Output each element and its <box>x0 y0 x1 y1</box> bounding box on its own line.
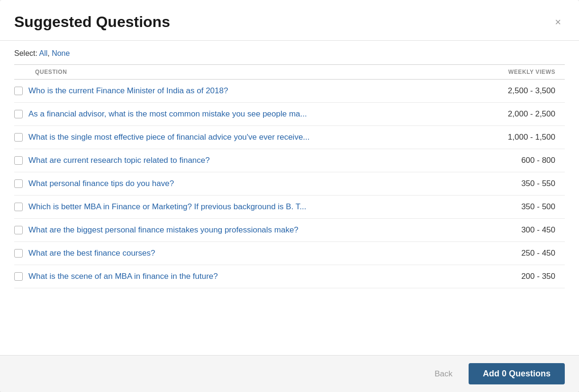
modal-footer: Back Add 0 Questions <box>0 355 579 392</box>
question-text-6[interactable]: What are the biggest personal finance mi… <box>28 225 299 235</box>
question-views-2: 1,000 - 1,500 <box>484 133 555 142</box>
select-none-link[interactable]: None <box>52 49 70 57</box>
question-views-8: 200 - 350 <box>484 272 555 281</box>
question-checkbox-8[interactable] <box>14 272 23 281</box>
question-row: What are current research topic related … <box>14 149 565 172</box>
question-row: What is the single most effective piece … <box>14 126 565 149</box>
questions-list: Who is the current Finance Minister of I… <box>14 80 565 355</box>
question-views-7: 250 - 450 <box>484 249 555 258</box>
modal-header: Suggested Questions × <box>0 0 579 41</box>
question-views-3: 600 - 800 <box>484 156 555 165</box>
question-row: Who is the current Finance Minister of I… <box>14 80 565 103</box>
question-checkbox-5[interactable] <box>14 203 23 211</box>
question-text-2[interactable]: What is the single most effective piece … <box>28 133 310 142</box>
question-left: Which is better MBA in Finance or Market… <box>14 202 484 212</box>
question-checkbox-3[interactable] <box>14 156 23 165</box>
question-row: What are the biggest personal finance mi… <box>14 219 565 242</box>
question-left: What are the biggest personal finance mi… <box>14 225 484 235</box>
question-left: What are current research topic related … <box>14 156 484 165</box>
table-header: QUESTION WEEKLY VIEWS <box>14 64 565 80</box>
question-views-5: 350 - 500 <box>484 202 555 212</box>
question-checkbox-7[interactable] <box>14 249 23 258</box>
question-text-7[interactable]: What are the best finance courses? <box>28 249 155 258</box>
question-text-3[interactable]: What are current research topic related … <box>28 156 210 165</box>
modal-title: Suggested Questions <box>14 13 170 31</box>
question-row: As a financial advisor, what is the most… <box>14 103 565 126</box>
add-questions-button[interactable]: Add 0 Questions <box>469 363 565 384</box>
select-label: Select: <box>14 49 37 57</box>
question-checkbox-4[interactable] <box>14 179 23 188</box>
question-views-4: 350 - 550 <box>484 179 555 188</box>
question-views-1: 2,000 - 2,500 <box>484 109 555 119</box>
question-text-5[interactable]: Which is better MBA in Finance or Market… <box>28 202 306 212</box>
question-left: What personal finance tips do you have? <box>14 179 484 188</box>
modal-body: Select: All, None QUESTION WEEKLY VIEWS … <box>0 41 579 355</box>
question-left: What is the scene of an MBA in finance i… <box>14 272 484 281</box>
question-checkbox-0[interactable] <box>14 87 23 95</box>
question-text-8[interactable]: What is the scene of an MBA in finance i… <box>28 272 218 281</box>
question-text-0[interactable]: Who is the current Finance Minister of I… <box>28 86 228 96</box>
question-row: What is the scene of an MBA in finance i… <box>14 265 565 288</box>
select-separator: , <box>47 49 52 57</box>
question-left: Who is the current Finance Minister of I… <box>14 86 484 96</box>
question-text-4[interactable]: What personal finance tips do you have? <box>28 179 174 188</box>
column-question-header: QUESTION <box>35 69 67 75</box>
question-row: Which is better MBA in Finance or Market… <box>14 196 565 219</box>
question-text-1[interactable]: As a financial advisor, what is the most… <box>28 109 307 119</box>
question-checkbox-6[interactable] <box>14 226 23 234</box>
question-checkbox-1[interactable] <box>14 110 23 118</box>
question-row: What personal finance tips do you have?3… <box>14 172 565 196</box>
question-left: What is the single most effective piece … <box>14 133 484 142</box>
back-button[interactable]: Back <box>426 365 461 383</box>
question-views-6: 300 - 450 <box>484 225 555 235</box>
select-all-link[interactable]: All <box>39 49 47 57</box>
close-button[interactable]: × <box>551 15 565 29</box>
select-row: Select: All, None <box>14 41 565 64</box>
column-views-header: WEEKLY VIEWS <box>508 69 565 75</box>
question-row: What are the best finance courses?250 - … <box>14 242 565 265</box>
question-left: As a financial advisor, what is the most… <box>14 109 484 119</box>
question-checkbox-2[interactable] <box>14 133 23 142</box>
question-left: What are the best finance courses? <box>14 249 484 258</box>
question-views-0: 2,500 - 3,500 <box>484 86 555 96</box>
modal-container: Suggested Questions × Select: All, None … <box>0 0 579 392</box>
